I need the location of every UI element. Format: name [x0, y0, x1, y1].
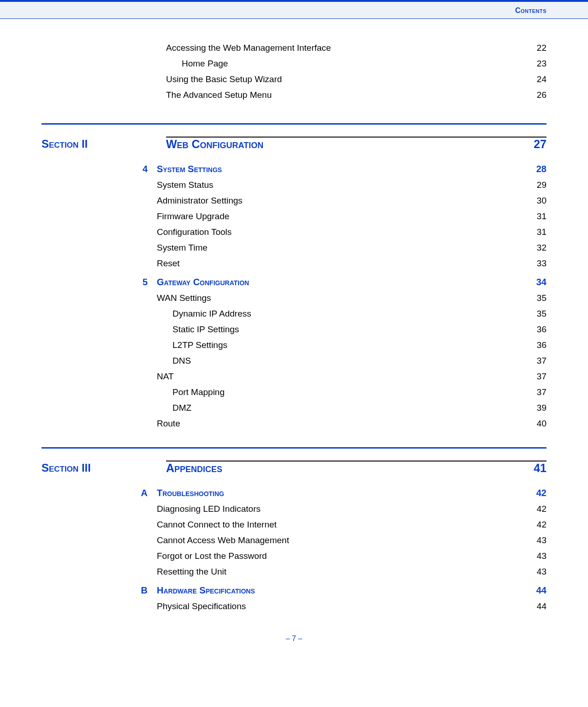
toc-entry-title: Cannot Connect to the Internet: [157, 520, 277, 530]
section-block: Section IIIAppendices41ATroubleshooting4…: [42, 447, 546, 611]
toc-entry-page: 31: [537, 211, 546, 222]
toc-entry[interactable]: Route40: [157, 419, 546, 429]
chapter-title-wrap: Hardware Specifications44: [157, 585, 546, 596]
section-page: 41: [534, 461, 546, 475]
toc-entry[interactable]: L2TP Settings36: [157, 340, 546, 350]
toc-entry-page: 35: [537, 309, 546, 319]
toc-entry-page: 40: [537, 419, 546, 429]
toc-entry[interactable]: Dynamic IP Address35: [157, 309, 546, 319]
toc-entry[interactable]: Resetting the Unit43: [157, 567, 546, 577]
toc-entry-title: Cannot Access Web Management: [157, 535, 289, 545]
chapter-number: 4: [42, 164, 157, 174]
toc-entry[interactable]: System Time32: [157, 243, 546, 253]
toc-entry-title: Port Mapping: [172, 387, 225, 397]
toc-entry-title: System Status: [157, 180, 214, 190]
section-title: Appendices: [166, 461, 222, 475]
toc-entry[interactable]: Diagnosing LED Indicators42: [157, 504, 546, 514]
toc-entry[interactable]: The Advanced Setup Menu26: [166, 90, 546, 100]
toc-entry[interactable]: System Status29: [157, 180, 546, 190]
toc-entry[interactable]: Cannot Connect to the Internet42: [157, 520, 546, 530]
chapter-row[interactable]: 5Gateway Configuration34: [42, 277, 546, 288]
toc-entry[interactable]: Using the Basic Setup Wizard24: [166, 74, 546, 84]
toc-entry-page: 43: [537, 551, 546, 561]
toc-entry[interactable]: Static IP Settings36: [157, 324, 546, 335]
toc-entry-page: 26: [537, 90, 546, 100]
toc-entry[interactable]: Cannot Access Web Management43: [157, 535, 546, 545]
chapter-title: Troubleshooting: [157, 488, 224, 498]
section-title-wrap[interactable]: Appendices41: [166, 461, 546, 475]
toc-entry[interactable]: Configuration Tools31: [157, 227, 546, 237]
toc-entry-title: Dynamic IP Address: [172, 309, 251, 319]
section-page: 27: [534, 138, 546, 151]
toc-entry[interactable]: WAN Settings35: [157, 293, 546, 303]
toc-entry-page: 37: [537, 371, 546, 382]
toc-entry-page: 24: [537, 74, 546, 84]
toc-entry-page: 36: [537, 340, 546, 350]
toc-entry[interactable]: DNS37: [157, 356, 546, 366]
page-body: Accessing the Web Management Interface22…: [0, 19, 588, 652]
chapter-title-wrap: Gateway Configuration34: [157, 277, 546, 288]
toc-entry-title: Firmware Upgrade: [157, 211, 229, 222]
toc-entry[interactable]: Accessing the Web Management Interface22: [166, 43, 546, 53]
toc-entry-title: DNS: [172, 356, 191, 366]
toc-entry[interactable]: Physical Specifications44: [157, 601, 546, 611]
section-block: Section IIWeb Configuration274System Set…: [42, 123, 546, 429]
toc-entry-page: 23: [537, 59, 546, 69]
toc-entry-title: Reset: [157, 258, 180, 269]
toc-entry-title: Static IP Settings: [172, 324, 239, 335]
chapter-number: B: [42, 585, 157, 596]
toc-entry-page: 32: [537, 243, 546, 253]
toc-entry-page: 33: [537, 258, 546, 269]
toc-entry-title: Route: [157, 419, 180, 429]
pre-items: Accessing the Web Management Interface22…: [166, 43, 546, 100]
contents-label: Contents: [515, 6, 546, 14]
toc-entry[interactable]: Home Page23: [166, 59, 546, 69]
toc-entry[interactable]: Firmware Upgrade31: [157, 211, 546, 222]
toc-entry-page: 43: [537, 535, 546, 545]
toc-entry[interactable]: Administrator Settings30: [157, 196, 546, 206]
header-band: Contents: [0, 0, 588, 19]
toc-entry-title: Accessing the Web Management Interface: [166, 43, 331, 53]
toc-entry[interactable]: Forgot or Lost the Password43: [157, 551, 546, 561]
section-title-wrap[interactable]: Web Configuration27: [166, 138, 546, 151]
toc-entry-title: Configuration Tools: [157, 227, 232, 237]
toc-entry-title: System Time: [157, 243, 208, 253]
chapter-page: 42: [536, 488, 546, 498]
chapter-row[interactable]: BHardware Specifications44: [42, 585, 546, 596]
chapter-number: A: [42, 488, 157, 498]
chapter-title: Gateway Configuration: [157, 277, 249, 288]
chapter-items: System Status29Administrator Settings30F…: [157, 180, 546, 269]
toc-entry-title: Forgot or Lost the Password: [157, 551, 267, 561]
toc-entry-title: Using the Basic Setup Wizard: [166, 74, 282, 84]
toc-entry-title: Resetting the Unit: [157, 567, 226, 577]
toc-entry-title: Administrator Settings: [157, 196, 243, 206]
chapter-row[interactable]: ATroubleshooting42: [42, 488, 546, 498]
toc-entry-page: 35: [537, 293, 546, 303]
toc-entry-page: 31: [537, 227, 546, 237]
toc-entry[interactable]: NAT37: [157, 371, 546, 382]
toc-entry-title: WAN Settings: [157, 293, 211, 303]
chapter-title-wrap: System Settings28: [157, 164, 546, 174]
toc-entry-page: 43: [537, 567, 546, 577]
chapter-items: Physical Specifications44: [157, 601, 546, 611]
chapter-page: 44: [536, 585, 546, 596]
section-head: Section IIIAppendices41: [42, 461, 546, 475]
section-title: Web Configuration: [166, 138, 263, 151]
chapter-row[interactable]: 4System Settings28: [42, 164, 546, 174]
section-label: Section III: [42, 461, 166, 475]
chapter-page: 28: [536, 164, 546, 174]
toc-entry[interactable]: DMZ39: [157, 403, 546, 413]
toc-entry[interactable]: Reset33: [157, 258, 546, 269]
toc-entry[interactable]: Port Mapping37: [157, 387, 546, 397]
chapter-title: System Settings: [157, 164, 222, 174]
chapter-page: 34: [536, 277, 546, 288]
chapter-title: Hardware Specifications: [157, 585, 255, 596]
toc-entry-title: The Advanced Setup Menu: [166, 90, 272, 100]
toc-entry-title: Diagnosing LED Indicators: [157, 504, 261, 514]
section-label: Section II: [42, 138, 166, 151]
toc-entry-page: 42: [537, 520, 546, 530]
chapter-title-wrap: Troubleshooting42: [157, 488, 546, 498]
chapter-number: 5: [42, 277, 157, 288]
toc-entry-page: 30: [537, 196, 546, 206]
toc-entry-title: Home Page: [182, 59, 228, 69]
